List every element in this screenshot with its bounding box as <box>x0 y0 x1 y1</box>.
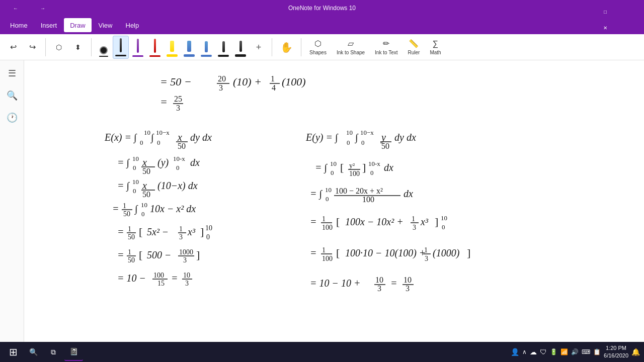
svg-text:10: 10 <box>346 129 353 136</box>
close-button[interactable]: ✕ <box>594 20 617 36</box>
menu-draw[interactable]: Draw <box>64 18 91 32</box>
menu-help[interactable]: Help <box>120 18 145 32</box>
titlebar: ← → OneNote for Windows 10 Narasaki, Kur… <box>0 0 644 16</box>
ink-to-text-label: Ink to Text <box>375 50 397 55</box>
shapes-button[interactable]: ⬡ Shapes <box>305 36 331 59</box>
svg-text:dx: dx <box>190 157 200 168</box>
svg-text:=: = <box>117 249 124 260</box>
pen-group: + <box>96 36 268 59</box>
sidebar-recent-icon[interactable]: 🕐 <box>3 109 21 127</box>
svg-text:4: 4 <box>272 83 276 92</box>
svg-text:15: 15 <box>157 280 165 287</box>
taskbar-onenote[interactable]: 📓 <box>64 343 83 361</box>
forward-button[interactable]: → <box>31 0 54 16</box>
clock-date: 6/16/2020 <box>604 352 628 359</box>
svg-text:x³: x³ <box>187 226 196 237</box>
svg-text:50: 50 <box>142 190 150 199</box>
svg-text:x: x <box>177 132 182 143</box>
svg-text:∫: ∫ <box>134 203 138 215</box>
svg-text:x³: x³ <box>420 216 429 227</box>
svg-text:= ∫: = ∫ <box>315 162 328 174</box>
maximize-button[interactable]: □ <box>594 4 617 20</box>
svg-text:y²: y² <box>349 162 355 169</box>
svg-text:(1000): (1000) <box>433 247 460 259</box>
pen-swatch-4[interactable] <box>164 36 180 59</box>
clock-time: 1:20 PM <box>604 344 628 352</box>
svg-text:50: 50 <box>128 256 135 264</box>
add-space-button[interactable]: ⬍ <box>69 36 87 59</box>
svg-text:100x − 10x² +: 100x − 10x² + <box>345 216 404 227</box>
redo-button[interactable]: ↪ <box>23 36 41 59</box>
pen-swatch-7[interactable] <box>215 36 231 59</box>
sidebar-search-icon[interactable]: 🔍 <box>3 86 21 105</box>
svg-text:1: 1 <box>424 246 428 254</box>
systray-battery[interactable]: 🔋 <box>550 348 557 355</box>
svg-text:20: 20 <box>218 74 226 83</box>
user-name: Narasaki, Kurumi ─ □ ✕ <box>594 0 640 36</box>
pen-swatch-5[interactable] <box>181 36 197 59</box>
svg-text:5x² −: 5x² − <box>147 226 169 237</box>
svg-text:0: 0 <box>361 139 365 146</box>
note-canvas[interactable]: = 50 − 20 3 (10) + 1 4 (100) = 25 3 E(x)… <box>24 60 644 342</box>
svg-text:=: = <box>310 216 317 227</box>
svg-text:= ∫: = ∫ <box>117 157 130 169</box>
svg-text:[: [ <box>139 225 142 238</box>
svg-text:∫: ∫ <box>150 132 154 144</box>
ink-to-shape-button[interactable]: ▱ Ink to Shape <box>333 36 369 59</box>
sep1 <box>45 38 46 56</box>
start-button[interactable]: ⊞ <box>4 343 22 361</box>
task-view-button[interactable]: ⧉ <box>44 343 62 361</box>
touch-drawing-button[interactable]: ✋ <box>276 36 297 59</box>
ruler-button[interactable]: 📏 Ruler <box>404 36 424 59</box>
svg-text:10−x: 10−x <box>360 129 374 136</box>
svg-text:3: 3 <box>185 280 189 287</box>
taskbar-clock[interactable]: 1:20 PM 6/16/2020 <box>604 344 628 360</box>
ink-to-text-button[interactable]: ✏ Ink to Text <box>371 36 401 59</box>
systray-cloud[interactable]: ☁ <box>530 348 537 356</box>
systray-volume[interactable]: 🔊 <box>571 348 579 355</box>
pen-swatch-1[interactable] <box>113 36 129 59</box>
add-pen-button[interactable]: + <box>250 36 268 59</box>
notification-icon[interactable]: 🔔 <box>631 348 640 356</box>
systray-shield[interactable]: 🛡 <box>540 348 547 356</box>
pen-swatch-6[interactable] <box>198 36 214 59</box>
svg-text:[: [ <box>139 248 142 261</box>
math-content: = 50 − 20 3 (10) + 1 4 (100) = 25 3 E(x)… <box>24 60 644 342</box>
systray-chevron[interactable]: ∧ <box>522 348 527 355</box>
taskbar: ⊞ 🔍 ⧉ 📓 👤 ∧ ☁ 🛡 🔋 📶 🔊 ⌨ 📋 1:20 PM 6/16/2… <box>0 342 644 362</box>
math-button[interactable]: ∑ Math <box>426 36 445 59</box>
svg-text:1: 1 <box>128 248 131 256</box>
sep4 <box>301 38 301 56</box>
search-button[interactable]: 🔍 <box>24 343 42 361</box>
pen-swatch-3[interactable] <box>147 36 163 59</box>
pen-swatch-2[interactable] <box>130 36 146 59</box>
pen-swatch-0[interactable] <box>96 36 112 59</box>
pen-swatch-8[interactable] <box>232 36 249 59</box>
menu-insert[interactable]: Insert <box>35 18 63 32</box>
menu-view[interactable]: View <box>93 18 119 32</box>
svg-text:(y): (y) <box>157 157 169 168</box>
svg-text:(100): (100) <box>282 75 306 88</box>
svg-text:3: 3 <box>183 256 187 264</box>
minimize-button[interactable]: ─ <box>594 0 617 4</box>
svg-text:1: 1 <box>322 215 326 223</box>
svg-text:]: ] <box>362 161 366 173</box>
back-button[interactable]: ← <box>4 0 27 16</box>
systray-clipboard[interactable]: 📋 <box>593 348 601 355</box>
svg-text:0: 0 <box>442 223 445 231</box>
systray-icon-people[interactable]: 👤 <box>511 348 519 356</box>
systray-keyboard[interactable]: ⌨ <box>582 348 590 355</box>
svg-text:=: = <box>160 96 168 108</box>
svg-text:0: 0 <box>370 169 374 176</box>
svg-text:0: 0 <box>140 139 143 146</box>
sidebar-notebooks-icon[interactable]: ☰ <box>3 64 21 82</box>
svg-text:1: 1 <box>271 74 275 83</box>
svg-text:dy dx: dy dx <box>190 132 212 143</box>
undo-button[interactable]: ↩ <box>4 36 22 59</box>
menu-home[interactable]: Home <box>4 18 34 32</box>
lasso-button[interactable]: ⬡ <box>50 36 68 59</box>
svg-text:10: 10 <box>441 214 447 222</box>
systray-wifi[interactable]: 📶 <box>560 348 568 355</box>
svg-text:x: x <box>142 157 147 168</box>
svg-text:500 −: 500 − <box>147 249 172 260</box>
